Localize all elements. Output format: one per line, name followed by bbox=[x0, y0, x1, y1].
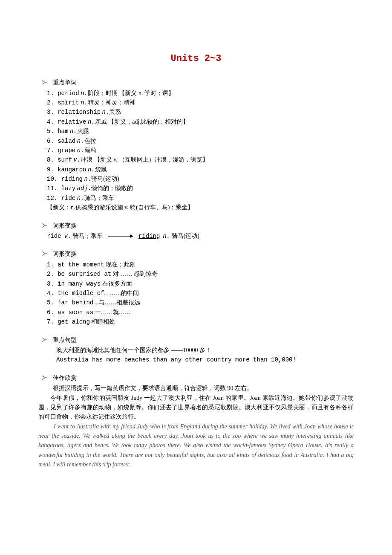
item-pos: n. bbox=[70, 128, 77, 135]
item-num: 9. bbox=[47, 166, 58, 173]
item-en: the middle of… bbox=[58, 290, 108, 297]
bullet-icon bbox=[42, 335, 48, 345]
essay-intro: 根据汉语提示，写一篇英语作文，要求语言通顺，符合逻辑，词数 90 左右。 bbox=[38, 384, 354, 393]
item-cn: 和睦相处 bbox=[91, 318, 115, 325]
vocab-item: 1. period n.阶段；时期 【新义 n. 学时；课】 bbox=[38, 89, 354, 98]
document-page: Units 2~3 重点单词 1. period n.阶段；时期 【新义 n. … bbox=[0, 0, 392, 495]
item-word: grape bbox=[58, 147, 75, 154]
sentence-en: Australia has more beaches than any othe… bbox=[38, 355, 354, 364]
item-cn: 对 …… 感到惊奇 bbox=[113, 271, 158, 277]
vocab-item: 9. kangaroo n.袋鼠 bbox=[38, 165, 354, 174]
item-def: 骑马(运动) bbox=[91, 176, 119, 182]
item-def: 关系 bbox=[109, 109, 121, 115]
item-def: 亲戚 bbox=[95, 119, 107, 125]
item-word: relationship bbox=[58, 109, 101, 116]
item-cn: 在很多方面 bbox=[102, 280, 132, 287]
item-word: riding bbox=[61, 176, 83, 182]
phrase-item: 4. the middle of… ……的中间 bbox=[38, 289, 354, 298]
item-pos: n. bbox=[81, 90, 88, 97]
svg-marker-0 bbox=[42, 80, 45, 84]
item-en: at the moment bbox=[58, 261, 104, 268]
item-pos: n. bbox=[88, 119, 95, 125]
item-pos: n. bbox=[88, 166, 95, 173]
item-num: 3. bbox=[47, 109, 58, 116]
svg-marker-5 bbox=[130, 234, 133, 238]
section-phrases-heading: 词形变换 bbox=[38, 249, 354, 259]
item-word: ride bbox=[61, 195, 76, 202]
from-pos: v. bbox=[64, 233, 72, 240]
item-en: be surprised at bbox=[58, 271, 111, 278]
vocab-item: 5. ham n.火腿 bbox=[38, 127, 354, 136]
section-vocab-heading: 重点单词 bbox=[38, 78, 354, 87]
sentence-cn: 澳大利亚的海滩比其他任何一个国家的都多 ——10000 多！ bbox=[38, 346, 354, 355]
item-word: ham bbox=[58, 128, 68, 135]
item-pos: adj. bbox=[77, 185, 92, 192]
item-num: 10. bbox=[47, 176, 61, 182]
item-en: as soon as bbox=[58, 309, 93, 316]
item-word: kangaroo bbox=[58, 166, 86, 173]
item-pos: n. bbox=[84, 176, 92, 182]
item-num: 6. bbox=[47, 309, 58, 316]
section-essay-heading: 佳作欣赏 bbox=[38, 373, 354, 383]
item-note: 【新义：adj.比较的；相对的】 bbox=[108, 119, 189, 125]
from-word: ride bbox=[47, 233, 61, 240]
item-word: salad bbox=[58, 138, 75, 145]
item-cn: 与……相差很远 bbox=[98, 299, 140, 306]
page-title: Units 2~3 bbox=[38, 51, 354, 66]
item-en: get along bbox=[58, 318, 90, 325]
section-label: 佳作欣赏 bbox=[53, 375, 77, 381]
vocab-footnote: 【新义：n.供骑乘的游乐设施 v. 骑(自行车、马)；乘坐】 bbox=[38, 203, 354, 212]
item-num: 7. bbox=[47, 147, 58, 154]
phrase-list: 1. at the moment 现在；此刻2. be surprised at… bbox=[38, 260, 354, 327]
vocab-item: 4. relative n.亲戚 【新义：adj.比较的；相对的】 bbox=[38, 117, 354, 127]
bullet-icon bbox=[42, 221, 48, 231]
item-def: 精灵；神灵；精神 bbox=[88, 99, 135, 106]
vocab-list: 1. period n.阶段；时期 【新义 n. 学时；课】2. spirit … bbox=[38, 89, 354, 203]
phrase-item: 5. far behind… 与……相差很远 bbox=[38, 298, 354, 307]
item-en: in many ways bbox=[58, 280, 101, 287]
item-pos: n. bbox=[77, 195, 84, 202]
section-label: 词形变换 bbox=[53, 251, 77, 257]
item-pos: n. bbox=[77, 147, 84, 154]
vocab-item: 3. relationship n.关系 bbox=[38, 107, 354, 117]
item-cn: ……的中间 bbox=[109, 290, 139, 296]
section-label: 重点单词 bbox=[53, 79, 77, 86]
phrase-item: 7. get along 和睦相处 bbox=[38, 317, 354, 327]
item-num: 11. bbox=[47, 185, 61, 192]
vocab-item: 11. lazy adj.懒惰的；懒散的 bbox=[38, 184, 354, 193]
item-cn: 一……就…… bbox=[95, 309, 131, 315]
item-def: 葡萄 bbox=[84, 147, 96, 153]
arrow-right-icon bbox=[108, 234, 133, 238]
item-cn: 现在；此刻 bbox=[106, 261, 135, 268]
item-word: spirit bbox=[58, 99, 79, 106]
essay-prompt: 今年暑假，你和你的英国朋友 Judy 一起去了澳大利亚，住在 Joan 的家里。… bbox=[38, 393, 354, 422]
item-def: 袋鼠 bbox=[95, 166, 107, 173]
item-def: 色拉 bbox=[84, 138, 96, 144]
item-pos: n. bbox=[77, 138, 84, 145]
item-num: 4. bbox=[47, 119, 58, 125]
section-sentences-heading: 重点句型 bbox=[38, 335, 354, 345]
item-num: 8. bbox=[47, 156, 58, 163]
section-conversion-heading: 词形变换 bbox=[38, 221, 354, 231]
item-num: 1. bbox=[47, 261, 58, 268]
section-label: 词形变换 bbox=[53, 223, 77, 229]
item-en: far behind… bbox=[58, 299, 97, 306]
item-num: 3. bbox=[47, 280, 58, 287]
item-num: 12. bbox=[47, 195, 61, 202]
from-def: 骑马；乘车 bbox=[73, 233, 103, 239]
item-word: period bbox=[58, 90, 79, 97]
item-num: 5. bbox=[47, 128, 58, 135]
phrase-item: 2. be surprised at 对 …… 感到惊奇 bbox=[38, 269, 354, 279]
phrase-item: 6. as soon as 一……就…… bbox=[38, 308, 354, 317]
item-pos: v. bbox=[73, 156, 81, 163]
svg-marker-6 bbox=[42, 251, 45, 256]
phrase-item: 3. in many ways 在很多方面 bbox=[38, 279, 354, 289]
item-num: 2. bbox=[47, 271, 58, 278]
bullet-icon bbox=[42, 78, 48, 87]
phrase-item: 1. at the moment 现在；此刻 bbox=[38, 260, 354, 269]
item-pos: n. bbox=[81, 99, 88, 106]
svg-marker-10 bbox=[42, 376, 45, 380]
vocab-item: 12. ride n.骑马；乘车 bbox=[38, 194, 354, 203]
to-def: 骑马(运动) bbox=[172, 233, 199, 239]
item-note: 【新义 n. 学时；课】 bbox=[119, 90, 174, 96]
